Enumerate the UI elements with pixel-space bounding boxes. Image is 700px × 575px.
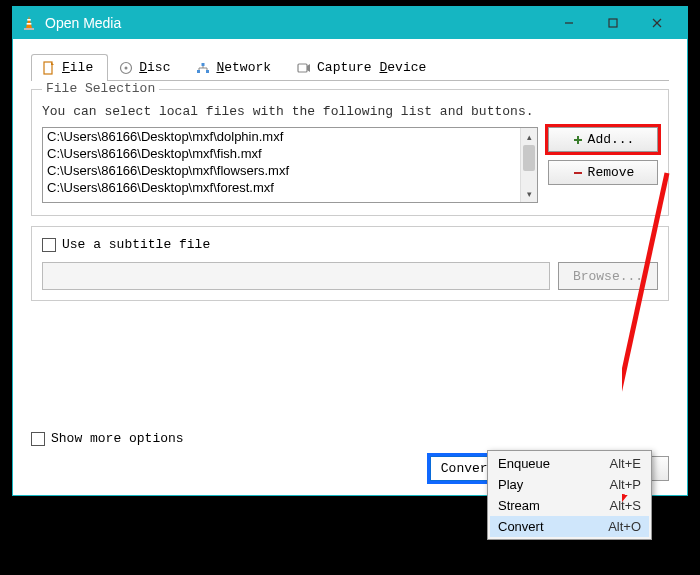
minimize-button[interactable] <box>547 7 591 39</box>
svg-rect-12 <box>197 70 200 73</box>
plus-icon <box>572 134 584 146</box>
open-media-window: Open Media File Disc Ne <box>12 6 688 496</box>
close-button[interactable] <box>635 7 679 39</box>
convert-save-menu: EnqueueAlt+E PlayAlt+P StreamAlt+S Conve… <box>487 450 652 540</box>
show-more-label: Show more options <box>51 431 184 446</box>
scroll-down-icon[interactable]: ▾ <box>521 185 537 202</box>
file-selection-group: File Selection You can select local file… <box>31 89 669 216</box>
svg-rect-3 <box>27 23 32 25</box>
subtitle-label: Use a subtitle file <box>62 237 210 252</box>
tab-file[interactable]: File <box>31 54 108 81</box>
maximize-button[interactable] <box>591 7 635 39</box>
vlc-cone-icon <box>21 15 37 31</box>
svg-rect-1 <box>24 28 34 30</box>
group-hint: You can select local files with the foll… <box>42 104 658 119</box>
list-item[interactable]: C:\Users\86166\Desktop\mxf\dolphin.mxf <box>43 128 537 145</box>
svg-rect-15 <box>298 64 307 72</box>
add-button[interactable]: Add... <box>548 127 658 152</box>
file-icon <box>42 61 56 75</box>
tab-network[interactable]: Network <box>185 54 286 81</box>
capture-icon <box>297 61 311 75</box>
menu-item-stream[interactable]: StreamAlt+S <box>490 495 649 516</box>
subtitle-checkbox[interactable] <box>42 238 56 252</box>
titlebar: Open Media <box>13 7 687 39</box>
dialog-content: File Disc Network Capture Device File Se… <box>13 39 687 313</box>
tab-capture-device[interactable]: Capture Device <box>286 54 441 81</box>
browse-button: Browse... <box>558 262 658 290</box>
window-title: Open Media <box>45 15 547 31</box>
list-item[interactable]: C:\Users\86166\Desktop\mxf\forest.mxf <box>43 179 537 196</box>
svg-marker-0 <box>26 16 32 28</box>
file-list[interactable]: C:\Users\86166\Desktop\mxf\dolphin.mxf C… <box>42 127 538 203</box>
scroll-thumb[interactable] <box>523 145 535 171</box>
subtitle-group: Use a subtitle file Browse... <box>31 226 669 301</box>
svg-rect-2 <box>27 19 31 21</box>
list-item[interactable]: C:\Users\86166\Desktop\mxf\flowsers.mxf <box>43 162 537 179</box>
menu-item-play[interactable]: PlayAlt+P <box>490 474 649 495</box>
show-more-checkbox[interactable] <box>31 432 45 446</box>
svg-point-11 <box>125 66 128 69</box>
scroll-up-icon[interactable]: ▴ <box>521 128 537 145</box>
remove-button[interactable]: Remove <box>548 160 658 185</box>
tab-bar: File Disc Network Capture Device <box>31 53 669 81</box>
svg-rect-5 <box>609 19 617 27</box>
group-title: File Selection <box>42 81 159 96</box>
list-item[interactable]: C:\Users\86166\Desktop\mxf\fish.mxf <box>43 145 537 162</box>
minus-icon <box>572 167 584 179</box>
svg-rect-13 <box>206 70 209 73</box>
tab-disc[interactable]: Disc <box>108 54 185 81</box>
svg-rect-8 <box>44 62 52 74</box>
network-icon <box>196 61 210 75</box>
svg-rect-14 <box>202 63 205 66</box>
subtitle-path-input[interactable] <box>42 262 550 290</box>
menu-item-convert[interactable]: ConvertAlt+O <box>490 516 649 537</box>
menu-item-enqueue[interactable]: EnqueueAlt+E <box>490 453 649 474</box>
window-buttons <box>547 7 679 39</box>
scrollbar[interactable]: ▴ ▾ <box>520 128 537 202</box>
disc-icon <box>119 61 133 75</box>
